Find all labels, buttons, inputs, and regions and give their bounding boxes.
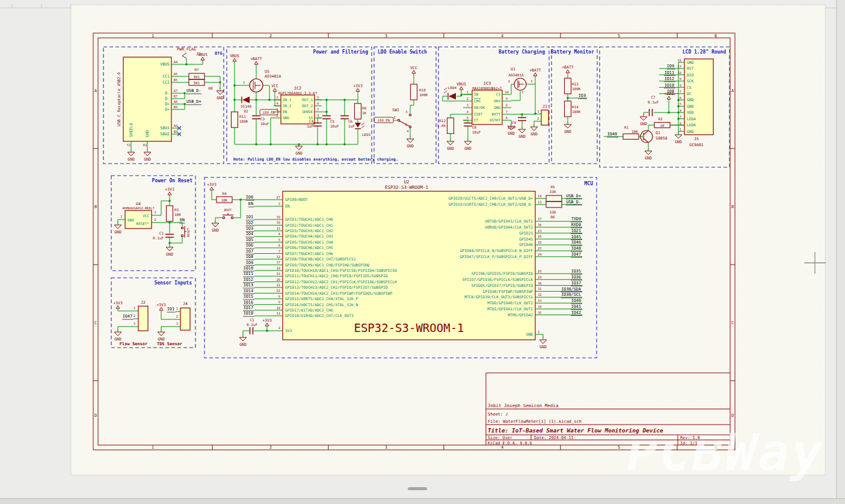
net-label: USB_D- bbox=[186, 88, 201, 93]
resistor-ref: R14 bbox=[572, 105, 579, 109]
pin-name: BATT bbox=[492, 112, 501, 116]
ic-ref: U4 bbox=[136, 201, 141, 206]
horizontal-scrollbar-thumb[interactable] bbox=[408, 487, 427, 490]
power-label: +BATT bbox=[562, 65, 574, 70]
cap-value: 10uF bbox=[330, 124, 339, 128]
net-label: USB_D+ bbox=[186, 99, 201, 104]
resistor-ref: R1 bbox=[624, 125, 629, 129]
transistor-ref: U1 bbox=[511, 67, 515, 72]
pin-name: GPIO10/TOUCH10/ADC1_CH9/FSPICS0/FSPIIO4/… bbox=[285, 268, 397, 273]
pin-name: DRV bbox=[494, 99, 500, 103]
pin-name: LEDA bbox=[687, 117, 696, 121]
pin-number: B7 bbox=[174, 94, 178, 98]
pin-number: 22 bbox=[276, 289, 280, 292]
pin-number: A5 bbox=[174, 72, 178, 76]
pin-number: 2 bbox=[467, 97, 469, 100]
transistor-value: S8050 bbox=[656, 136, 668, 141]
net-label: IO17 bbox=[244, 306, 253, 310]
connector-ref: J2 bbox=[141, 300, 146, 305]
led-ref: LED4 bbox=[448, 85, 457, 90]
gnd-label: GND bbox=[518, 134, 526, 139]
sensor-caption: TDS Sensor bbox=[157, 342, 182, 346]
note-text: Note: Pulling LDO_EN low disables everyt… bbox=[233, 157, 398, 162]
svg-text:1: 1 bbox=[152, 34, 154, 38]
flow-sensor-connector[interactable] bbox=[138, 306, 148, 331]
net-label: IO10 bbox=[665, 83, 674, 88]
net-label: IO5 bbox=[246, 238, 253, 242]
pin-number: 19 bbox=[276, 272, 280, 275]
pin-number: 9 bbox=[680, 77, 681, 81]
cap-value: 10uF bbox=[260, 121, 269, 126]
pin-name: CT bbox=[474, 118, 479, 122]
pin-name: GPIO18/U1RXD/ADC2_CH7/CLK_OUT3 bbox=[285, 313, 354, 318]
pin-name: GPIO12/TOUCH12/ADC2_CH1/FSPICLK/FSPIIO6/… bbox=[285, 280, 397, 284]
pin-number: 5 bbox=[680, 102, 681, 106]
resistor-value: 5K1 bbox=[194, 81, 200, 85]
resistor-value: 10 bbox=[660, 124, 665, 128]
esp32-big-label: ESP32-S3-WROOM-1 bbox=[354, 321, 464, 334]
svg-text:D: D bbox=[731, 413, 734, 418]
cap-value: 1uF bbox=[348, 124, 355, 128]
tool-label: KiCad E.D.A. 9.0.6 bbox=[488, 441, 532, 446]
transistor-ref: Q1 bbox=[656, 131, 660, 135]
net-label: IO9 bbox=[667, 64, 674, 69]
junction bbox=[677, 99, 680, 101]
pin-number: 7 bbox=[506, 110, 508, 114]
svg-text:C: C bbox=[94, 321, 97, 325]
pin-name: GPIO3/TOUCH3/ADC1_CH2 bbox=[285, 229, 333, 233]
cap-ref: C4 bbox=[309, 119, 314, 123]
pin-name: MTCK/GPIO39/CLK_OUT3/SUBSPICS1 bbox=[464, 295, 533, 300]
resistor-value: 100K bbox=[239, 119, 248, 123]
resistor-value: 10K bbox=[631, 129, 638, 134]
pin-name: GND bbox=[145, 130, 150, 137]
pin-number: 34 bbox=[538, 305, 542, 309]
tds-sensor-connector[interactable] bbox=[180, 308, 190, 330]
gnd-label: GND bbox=[530, 132, 538, 137]
resistor-value: 1K bbox=[362, 111, 367, 115]
pin-name: RST bbox=[687, 66, 694, 70]
pin-number: 2 bbox=[537, 117, 539, 120]
resistor-ref: R12 bbox=[439, 118, 446, 123]
pin-name: GND bbox=[494, 105, 500, 109]
pin-number: 2 bbox=[508, 79, 510, 83]
ic-value: MAX1898EUB42+T bbox=[473, 87, 502, 90]
gnd-label: GND bbox=[539, 345, 547, 349]
net-label: IO7 bbox=[246, 249, 253, 254]
battery-connector-body[interactable] bbox=[541, 110, 548, 125]
pin-number: A4 bbox=[174, 60, 178, 64]
schematic-canvas[interactable]: 1 2 3 4 5 6 1 2 3 4 5 6 A B C D A B C D … bbox=[0, 0, 845, 504]
ic-value: ADM809SAKSZ-REEL7 bbox=[122, 206, 154, 210]
title-sensors: Sensor Inputs bbox=[154, 280, 192, 286]
pin-number: 7 bbox=[680, 90, 681, 93]
junction bbox=[255, 143, 257, 146]
pin-number: 15 bbox=[276, 227, 280, 230]
resistor-value: 100K bbox=[419, 93, 428, 97]
pin-number: 11 bbox=[677, 64, 681, 68]
net-label: IO40 bbox=[571, 298, 581, 303]
pin-name: CC2 bbox=[162, 80, 170, 85]
pin-number: 25 bbox=[538, 247, 542, 250]
power-label: +BATT bbox=[529, 68, 541, 73]
svg-text:B: B bbox=[731, 204, 734, 209]
pin-name: SBU2 bbox=[160, 132, 170, 137]
pin-number: 1 bbox=[405, 123, 407, 126]
pin-name: CHG bbox=[474, 99, 481, 103]
net-label: IO1 bbox=[246, 215, 253, 220]
pin-name: SHIELD bbox=[129, 123, 134, 137]
pin-name: GPIO13/TOUCH13/ADC2_CH2/FSPIQ/FSPIIO7/SU… bbox=[285, 285, 388, 290]
pin-number: 1 bbox=[538, 330, 539, 334]
pin-number: 5 bbox=[317, 96, 319, 99]
pin-name: EN/OK bbox=[474, 105, 485, 109]
net-label: IO21 bbox=[571, 229, 581, 233]
pin-name: SPIIO6/GPIO35/FSPID/SUBSPID bbox=[472, 271, 533, 275]
net-label: IO42 bbox=[571, 310, 581, 315]
net-label: IO47 bbox=[571, 252, 581, 257]
pin-name: EN bbox=[283, 109, 287, 114]
pin-number: 3 bbox=[154, 211, 156, 214]
net-label: IO6 bbox=[246, 243, 253, 248]
pin-name: GND bbox=[128, 218, 134, 222]
transistor-value: AO3401A bbox=[508, 73, 524, 77]
net-label: IO3 bbox=[246, 226, 253, 231]
button-label: RESET bbox=[186, 228, 190, 237]
connector-ref: J4 bbox=[183, 301, 188, 306]
